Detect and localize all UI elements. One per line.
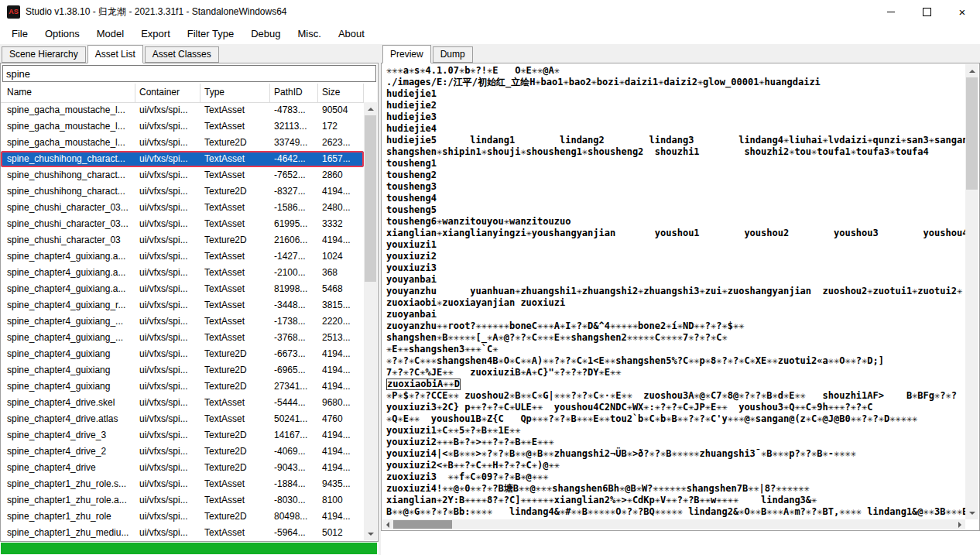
tab-asset-list[interactable]: Asset List: [87, 45, 143, 63]
table-row[interactable]: spine_gacha_moustache_l...ui/vfxs/spi...…: [1, 102, 364, 118]
close-icon: ×: [959, 6, 966, 18]
cell-size: 3815...: [318, 297, 364, 313]
cell-name: spine_chapter4_guixiang.a...: [1, 248, 135, 265]
cell-size: 4194...: [318, 460, 364, 476]
menu-item-model[interactable]: Model: [88, 23, 132, 44]
table-row[interactable]: spine_chapter4_guixiang_...ui/vfxs/spi..…: [1, 330, 364, 346]
tab-asset-classes[interactable]: Asset Classes: [145, 46, 219, 63]
search-input[interactable]: [2, 65, 376, 82]
cell-name: spine_chapter4_drive.atlas: [1, 411, 135, 427]
preview-scroll-down-button[interactable]: [965, 506, 978, 519]
cell-type: TextAsset: [200, 297, 270, 313]
table-row[interactable]: spine_chapter4_drive_2ui/vfxs/spi...Text…: [1, 444, 364, 460]
table-row[interactable]: spine_gacha_moustache_l...ui/vfxs/spi...…: [1, 135, 364, 151]
table-row[interactable]: spine_gacha_moustache_l...ui/vfxs/spi...…: [1, 118, 364, 135]
preview-line-text: xianglian✳xianglianyingzi✳youshangyanjia…: [386, 228, 965, 238]
menu-item-debug[interactable]: Debug: [242, 23, 289, 44]
table-row[interactable]: spine_chapter1_zhu_role.a...ui/vfxs/spi.…: [1, 492, 364, 509]
table-row[interactable]: spine_chapter4_guixiang_r...ui/vfxs/spi.…: [1, 297, 364, 313]
table-row[interactable]: spine_chushi_character_03...ui/vfxs/spi.…: [1, 216, 364, 232]
asset-list-panel: NameContainerTypePathIDSize spine_gacha_…: [0, 63, 379, 542]
cell-pathid: -6965...: [270, 362, 318, 379]
column-header-container[interactable]: Container: [135, 84, 200, 102]
preview-vertical-scrollbar[interactable]: [965, 64, 978, 519]
preview-scroll-left-button[interactable]: [382, 519, 393, 529]
table-row[interactable]: spine_chapter1_zhu_roleui/vfxs/spi...Tex…: [1, 509, 364, 525]
cell-pathid: -4642...: [270, 151, 318, 167]
column-header-type[interactable]: Type: [200, 84, 270, 102]
menu-item-about[interactable]: About: [330, 23, 373, 44]
column-header-size[interactable]: Size: [318, 84, 364, 102]
maximize-button[interactable]: [909, 0, 944, 23]
table-row[interactable]: spine_chapter4_guixiang.a...ui/vfxs/spi.…: [1, 248, 364, 265]
cell-container: ui/vfxs/spi...: [135, 427, 200, 444]
preview-line: zuoyanzhu✳✳root?✳✳✳✳✳✳boneC✳✳✳A✳I✳?✳D&^4…: [386, 320, 965, 332]
column-header-name[interactable]: Name: [1, 84, 135, 102]
cell-container: ui/vfxs/spi...: [135, 460, 200, 476]
preview-vscrollbar-thumb[interactable]: [966, 77, 978, 190]
table-row[interactable]: spine_chushi_character_03ui/vfxs/spi...T…: [1, 232, 364, 248]
preview-scroll-up-button[interactable]: [965, 64, 978, 77]
preview-line: tousheng6✳wanzitouyou✳wanzitouzuo: [386, 216, 965, 228]
cell-type: TextAsset: [200, 265, 270, 281]
cell-size: 2480...: [318, 200, 364, 216]
table-row[interactable]: spine_chapter4_guixiangui/vfxs/spi...Tex…: [1, 362, 364, 379]
table-row[interactable]: spine_chapter4_guixiangui/vfxs/spi...Tex…: [1, 346, 364, 362]
table-row[interactable]: spine_chapter1_zhu_role.s...ui/vfxs/spi.…: [1, 476, 364, 492]
table-row[interactable]: spine_chapter4_drive.skelui/vfxs/spi...T…: [1, 395, 364, 411]
preview-line: hudiejie1: [386, 88, 965, 100]
cell-type: TextAsset: [200, 248, 270, 265]
menu-item-misc[interactable]: Misc.: [290, 23, 330, 44]
column-header-pathid[interactable]: PathID: [270, 84, 318, 102]
minimize-button[interactable]: [873, 0, 909, 23]
tab-scene-hierarchy[interactable]: Scene Hierarchy: [2, 46, 86, 63]
preview-line-text: tousheng1: [386, 158, 437, 169]
table-row[interactable]: spine_chapter4_drive.atlasui/vfxs/spi...…: [1, 411, 364, 427]
cell-name: spine_chapter4_guixiang_...: [1, 330, 135, 346]
cell-type: Texture2D: [200, 232, 270, 248]
table-row[interactable]: spine_chushihong_charact...ui/vfxs/spi..…: [1, 167, 364, 183]
scroll-down-button[interactable]: [364, 527, 377, 540]
table-row[interactable]: spine_chapter4_guixiang_...ui/vfxs/spi..…: [1, 313, 364, 330]
menu-item-file[interactable]: File: [3, 23, 36, 44]
preview-line-text: ✳P✳$✳?✳?CCE✳✳ zuoshou2✳B✳✳C✳G|✳✳✳?✳?✳C✳·…: [386, 390, 957, 401]
cell-pathid: -5444...: [270, 395, 318, 411]
cell-pathid: -9043...: [270, 460, 318, 476]
menu-item-options[interactable]: Options: [36, 23, 88, 44]
table-scrollbar-thumb[interactable]: [365, 115, 376, 282]
cell-type: TextAsset: [200, 167, 270, 183]
cell-type: TextAsset: [200, 151, 270, 167]
table-row[interactable]: spine_chapter4_driveui/vfxs/spi...Textur…: [1, 460, 364, 476]
preview-horizontal-scrollbar[interactable]: [382, 519, 965, 529]
maximize-icon: [923, 8, 931, 16]
preview-line: tousheng3: [386, 181, 965, 193]
preview-scroll-right-button[interactable]: [954, 519, 965, 529]
preview-line-text: hudiejie4: [386, 123, 437, 134]
tab-preview[interactable]: Preview: [382, 45, 431, 63]
close-button[interactable]: ×: [944, 0, 980, 23]
cell-container: ui/vfxs/spi...: [135, 411, 200, 427]
menu-item-export[interactable]: Export: [132, 23, 179, 44]
table-row[interactable]: spine_chapter4_guixiangui/vfxs/spi...Tex…: [1, 379, 364, 395]
preview-line: ✳E✳✳shangshen3✳✳✳`C✳: [386, 344, 965, 355]
table-row[interactable]: spine_chushihong_charact...ui/vfxs/spi..…: [1, 151, 364, 167]
table-row[interactable]: spine_chushihong_charact...ui/vfxs/spi..…: [1, 183, 364, 200]
table-row[interactable]: spine_chushi_character_03...ui/vfxs/spi.…: [1, 200, 364, 216]
table-row[interactable]: spine_chapter1_zhu_mediu...ui/vfxs/spi..…: [1, 525, 364, 540]
table-row[interactable]: spine_chapter4_guixiang.a...ui/vfxs/spi.…: [1, 265, 364, 281]
preview-line-text: ✳Q✳E✳✳ youshou1B✳Z{C Qp✳✳✳?✳?✳B✳✳✳E✳✳tou…: [386, 413, 917, 424]
table-vertical-scrollbar[interactable]: [364, 102, 377, 540]
table-row[interactable]: spine_chapter4_guixiang.a...ui/vfxs/spi.…: [1, 281, 364, 297]
scroll-right-icon: [958, 522, 965, 528]
cell-container: ui/vfxs/spi...: [135, 362, 200, 379]
cell-container: ui/vfxs/spi...: [135, 313, 200, 330]
preview-hscrollbar-thumb[interactable]: [393, 520, 452, 529]
tab-dump[interactable]: Dump: [433, 46, 473, 63]
table-row[interactable]: spine_chapter4_drive_3ui/vfxs/spi...Text…: [1, 427, 364, 444]
cell-size: 4194...: [318, 509, 364, 525]
scroll-up-button[interactable]: [364, 102, 377, 115]
preview-line: youxiuzi3✳2C} p✳✳?✳?✳C✳ULE✳✳ youshou4C2N…: [386, 402, 965, 413]
menu-item-filter-type[interactable]: Filter Type: [179, 23, 242, 44]
cell-name: spine_chapter4_guixiang: [1, 346, 135, 362]
cell-container: ui/vfxs/spi...: [135, 232, 200, 248]
